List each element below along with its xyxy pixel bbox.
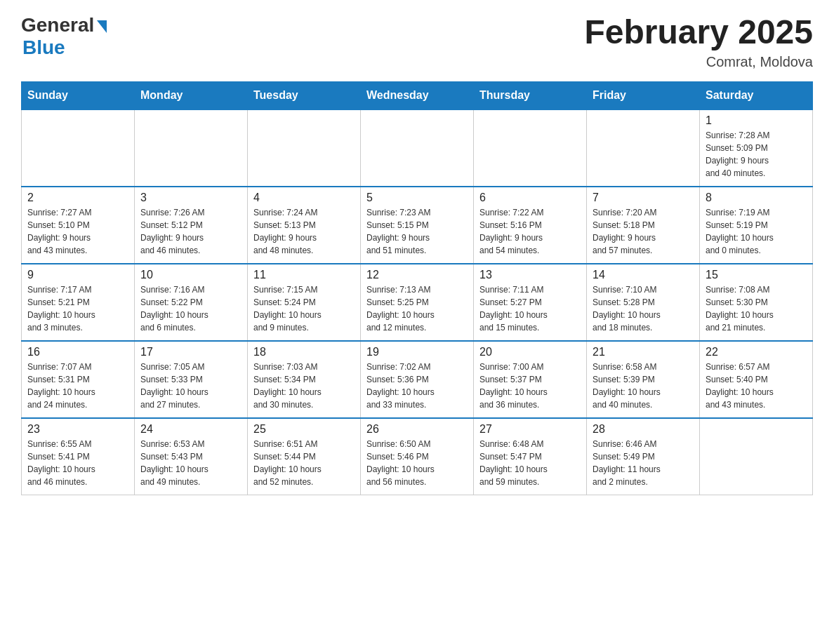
day-info: Sunrise: 6:53 AMSunset: 5:43 PMDaylight:… xyxy=(140,438,241,488)
day-info: Sunrise: 7:05 AMSunset: 5:33 PMDaylight:… xyxy=(140,361,241,411)
calendar-cell: 26Sunrise: 6:50 AMSunset: 5:46 PMDayligh… xyxy=(361,418,474,495)
day-info: Sunrise: 7:19 AMSunset: 5:19 PMDaylight:… xyxy=(706,206,807,257)
calendar-cell: 9Sunrise: 7:17 AMSunset: 5:21 PMDaylight… xyxy=(22,264,135,341)
day-info: Sunrise: 6:46 AMSunset: 5:49 PMDaylight:… xyxy=(593,438,694,488)
day-number: 21 xyxy=(593,346,694,358)
calendar-cell: 22Sunrise: 6:57 AMSunset: 5:40 PMDayligh… xyxy=(700,341,813,418)
calendar-cell xyxy=(135,109,248,187)
day-info: Sunrise: 6:58 AMSunset: 5:39 PMDaylight:… xyxy=(593,361,694,411)
weekday-header-wednesday: Wednesday xyxy=(361,81,474,109)
calendar-cell: 19Sunrise: 7:02 AMSunset: 5:36 PMDayligh… xyxy=(361,341,474,418)
title-area: February 2025 Comrat, Moldova xyxy=(584,14,813,70)
calendar-week-row: 2Sunrise: 7:27 AMSunset: 5:10 PMDaylight… xyxy=(22,187,813,264)
calendar-cell xyxy=(361,109,474,187)
day-number: 17 xyxy=(140,346,241,358)
calendar-week-row: 9Sunrise: 7:17 AMSunset: 5:21 PMDaylight… xyxy=(22,264,813,341)
day-info: Sunrise: 7:17 AMSunset: 5:21 PMDaylight:… xyxy=(27,283,128,334)
day-number: 22 xyxy=(706,346,807,358)
calendar-week-row: 1Sunrise: 7:28 AMSunset: 5:09 PMDaylight… xyxy=(22,109,813,187)
calendar-cell: 7Sunrise: 7:20 AMSunset: 5:18 PMDaylight… xyxy=(587,187,700,264)
calendar-cell: 15Sunrise: 7:08 AMSunset: 5:30 PMDayligh… xyxy=(700,264,813,341)
day-info: Sunrise: 7:15 AMSunset: 5:24 PMDaylight:… xyxy=(253,283,355,334)
day-number: 11 xyxy=(253,269,355,281)
day-info: Sunrise: 7:24 AMSunset: 5:13 PMDaylight:… xyxy=(253,206,355,257)
day-info: Sunrise: 7:28 AMSunset: 5:09 PMDaylight:… xyxy=(706,129,807,180)
calendar-week-row: 16Sunrise: 7:07 AMSunset: 5:31 PMDayligh… xyxy=(22,341,813,418)
day-number: 12 xyxy=(366,269,468,281)
day-info: Sunrise: 7:27 AMSunset: 5:10 PMDaylight:… xyxy=(27,206,128,257)
calendar-cell: 20Sunrise: 7:00 AMSunset: 5:37 PMDayligh… xyxy=(474,341,587,418)
calendar-cell: 28Sunrise: 6:46 AMSunset: 5:49 PMDayligh… xyxy=(587,418,700,495)
day-number: 26 xyxy=(366,423,468,436)
day-info: Sunrise: 7:16 AMSunset: 5:22 PMDaylight:… xyxy=(140,283,241,334)
day-info: Sunrise: 7:11 AMSunset: 5:27 PMDaylight:… xyxy=(479,283,581,334)
weekday-header-saturday: Saturday xyxy=(700,81,813,109)
calendar-cell: 10Sunrise: 7:16 AMSunset: 5:22 PMDayligh… xyxy=(135,264,248,341)
day-number: 28 xyxy=(593,423,694,436)
day-info: Sunrise: 7:02 AMSunset: 5:36 PMDaylight:… xyxy=(366,361,468,411)
page-header: General Blue February 2025 Comrat, Moldo… xyxy=(21,14,813,70)
calendar-cell xyxy=(700,418,813,495)
calendar-cell: 2Sunrise: 7:27 AMSunset: 5:10 PMDaylight… xyxy=(22,187,135,264)
calendar-cell: 1Sunrise: 7:28 AMSunset: 5:09 PMDaylight… xyxy=(700,109,813,187)
day-info: Sunrise: 7:07 AMSunset: 5:31 PMDaylight:… xyxy=(27,361,128,411)
calendar-cell: 25Sunrise: 6:51 AMSunset: 5:44 PMDayligh… xyxy=(248,418,361,495)
day-info: Sunrise: 7:08 AMSunset: 5:30 PMDaylight:… xyxy=(706,283,807,334)
calendar-cell: 11Sunrise: 7:15 AMSunset: 5:24 PMDayligh… xyxy=(248,264,361,341)
day-info: Sunrise: 7:22 AMSunset: 5:16 PMDaylight:… xyxy=(479,206,581,257)
day-info: Sunrise: 7:03 AMSunset: 5:34 PMDaylight:… xyxy=(253,361,355,411)
calendar-cell: 27Sunrise: 6:48 AMSunset: 5:47 PMDayligh… xyxy=(474,418,587,495)
weekday-header-monday: Monday xyxy=(135,81,248,109)
calendar-cell: 21Sunrise: 6:58 AMSunset: 5:39 PMDayligh… xyxy=(587,341,700,418)
day-number: 27 xyxy=(479,423,581,436)
day-number: 19 xyxy=(366,346,468,358)
calendar-cell xyxy=(22,109,135,187)
logo-blue-text: Blue xyxy=(22,36,65,59)
calendar-cell: 14Sunrise: 7:10 AMSunset: 5:28 PMDayligh… xyxy=(587,264,700,341)
day-number: 15 xyxy=(706,269,807,281)
weekday-header-friday: Friday xyxy=(587,81,700,109)
day-number: 18 xyxy=(253,346,355,358)
calendar-cell: 17Sunrise: 7:05 AMSunset: 5:33 PMDayligh… xyxy=(135,341,248,418)
calendar-cell: 3Sunrise: 7:26 AMSunset: 5:12 PMDaylight… xyxy=(135,187,248,264)
day-info: Sunrise: 6:57 AMSunset: 5:40 PMDaylight:… xyxy=(706,361,807,411)
day-info: Sunrise: 7:20 AMSunset: 5:18 PMDaylight:… xyxy=(593,206,694,257)
day-number: 13 xyxy=(479,269,581,281)
day-info: Sunrise: 6:51 AMSunset: 5:44 PMDaylight:… xyxy=(253,438,355,488)
logo: General Blue xyxy=(21,14,107,59)
weekday-header-sunday: Sunday xyxy=(22,81,135,109)
calendar-cell: 12Sunrise: 7:13 AMSunset: 5:25 PMDayligh… xyxy=(361,264,474,341)
logo-general-text: General xyxy=(21,14,94,36)
day-info: Sunrise: 6:50 AMSunset: 5:46 PMDaylight:… xyxy=(366,438,468,488)
day-info: Sunrise: 6:48 AMSunset: 5:47 PMDaylight:… xyxy=(479,438,581,488)
day-info: Sunrise: 7:13 AMSunset: 5:25 PMDaylight:… xyxy=(366,283,468,334)
calendar-cell: 8Sunrise: 7:19 AMSunset: 5:19 PMDaylight… xyxy=(700,187,813,264)
day-number: 3 xyxy=(140,192,241,204)
day-number: 10 xyxy=(140,269,241,281)
calendar-cell: 18Sunrise: 7:03 AMSunset: 5:34 PMDayligh… xyxy=(248,341,361,418)
calendar-cell xyxy=(474,109,587,187)
calendar-cell: 6Sunrise: 7:22 AMSunset: 5:16 PMDaylight… xyxy=(474,187,587,264)
calendar-week-row: 23Sunrise: 6:55 AMSunset: 5:41 PMDayligh… xyxy=(22,418,813,495)
logo-triangle-icon xyxy=(97,20,107,33)
month-title: February 2025 xyxy=(584,14,813,51)
day-number: 6 xyxy=(479,192,581,204)
day-number: 23 xyxy=(27,423,128,436)
day-number: 24 xyxy=(140,423,241,436)
day-number: 2 xyxy=(27,192,128,204)
day-number: 4 xyxy=(253,192,355,204)
calendar-cell xyxy=(587,109,700,187)
day-number: 5 xyxy=(366,192,468,204)
day-number: 14 xyxy=(593,269,694,281)
calendar-table: SundayMondayTuesdayWednesdayThursdayFrid… xyxy=(21,81,813,496)
day-number: 1 xyxy=(706,114,807,127)
weekday-header-tuesday: Tuesday xyxy=(248,81,361,109)
weekday-header-thursday: Thursday xyxy=(474,81,587,109)
day-number: 20 xyxy=(479,346,581,358)
day-info: Sunrise: 7:10 AMSunset: 5:28 PMDaylight:… xyxy=(593,283,694,334)
day-number: 25 xyxy=(253,423,355,436)
calendar-cell: 4Sunrise: 7:24 AMSunset: 5:13 PMDaylight… xyxy=(248,187,361,264)
calendar-cell: 24Sunrise: 6:53 AMSunset: 5:43 PMDayligh… xyxy=(135,418,248,495)
location-text: Comrat, Moldova xyxy=(584,54,813,70)
day-info: Sunrise: 7:23 AMSunset: 5:15 PMDaylight:… xyxy=(366,206,468,257)
